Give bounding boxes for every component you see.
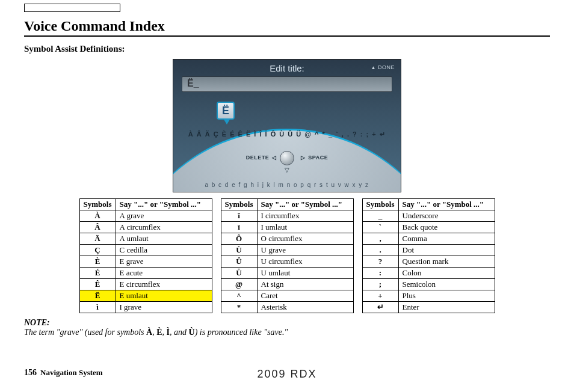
footer-model: 2009 RDX — [257, 368, 316, 381]
table-row: ↵Enter — [362, 302, 495, 313]
word-cell: Back quote — [398, 222, 495, 233]
word-cell: U umlaut — [257, 268, 353, 279]
word-cell: Plus — [398, 290, 495, 302]
left-arrow-icon[interactable]: ◁ — [272, 155, 277, 161]
symbol-cell: Û — [221, 256, 257, 268]
word-cell: I grave — [116, 302, 212, 313]
table-row: ,Comma — [362, 233, 495, 245]
word-cell: At sign — [257, 279, 353, 290]
word-cell: Question mark — [398, 256, 495, 268]
table-row: +Plus — [362, 290, 495, 302]
table-header-row: Symbols Say "..." or "Symbol ..." — [79, 199, 212, 210]
table-row: ?Question mark — [362, 256, 495, 268]
table-row: ÇC cedilla — [79, 245, 212, 256]
table-row: ÔO circumflex — [221, 233, 353, 245]
table-row: ÄA umlaut — [79, 233, 212, 245]
col-header-say: Say "..." or "Symbol ..." — [398, 199, 495, 210]
table-row: ÜU umlaut — [221, 268, 353, 279]
col-header-symbols: Symbols — [362, 199, 398, 210]
word-cell: Colon — [398, 268, 495, 279]
table-row: ÛU circumflex — [221, 256, 353, 268]
word-cell: Caret — [257, 290, 353, 302]
word-cell: E grave — [116, 256, 212, 268]
title-input[interactable]: Ë_ — [182, 76, 392, 92]
table-row: ÙU grave — [221, 245, 353, 256]
footer: 156 Navigation System 2009 RDX — [24, 368, 550, 378]
word-cell: Enter — [398, 302, 495, 313]
symbol-cell: ` — [362, 222, 398, 233]
dial-knob[interactable] — [280, 151, 294, 165]
symbol-cell: Ç — [79, 245, 116, 256]
arc-letters[interactable]: À Â Ä Ç È É Ê Ë Ì Î Ï Ô Ù Û Ü @ ^ * _ ` … — [173, 130, 401, 138]
col-header-symbols: Symbols — [221, 199, 257, 210]
note-sym-2: È — [156, 328, 162, 337]
page-number: 156 — [24, 368, 37, 378]
table-row: ÉE acute — [79, 268, 212, 279]
symbol-table-2: Symbols Say "..." or "Symbol ..." îI cir… — [221, 198, 354, 313]
symbol-cell: , — [362, 233, 398, 245]
note-pre: The term "grave" (used for symbols — [24, 328, 146, 337]
symbol-cell: Ù — [221, 245, 257, 256]
symbol-table-wrap: Symbols Say "..." or "Symbol ..." ÀA gra… — [24, 198, 550, 313]
symbol-cell: Ô — [221, 233, 257, 245]
symbol-cell: : — [362, 268, 398, 279]
symbol-cell: + — [362, 290, 398, 302]
header-box — [24, 4, 120, 12]
symbol-cell: À — [79, 210, 116, 222]
nav-screenshot-wrap: Edit title: DONE Ë_ Ë À Â Ä Ç È É Ê Ë Ì … — [24, 59, 550, 192]
down-arrow-icon[interactable]: ▽ — [285, 167, 289, 173]
selected-char-bubble: Ë — [217, 102, 235, 120]
nav-screen: Edit title: DONE Ë_ Ë À Â Ä Ç È É Ê Ë Ì … — [173, 59, 401, 192]
symbol-cell: ì — [79, 302, 116, 313]
symbol-cell: É — [79, 268, 116, 279]
symbol-table-1: Symbols Say "..." or "Symbol ..." ÀA gra… — [79, 198, 212, 313]
table-row: ËE umlaut — [79, 290, 212, 302]
word-cell: I circumflex — [257, 210, 353, 222]
symbol-cell: ^ — [221, 290, 257, 302]
symbol-cell: î — [221, 210, 257, 222]
symbol-cell: È — [79, 256, 116, 268]
done-button[interactable]: DONE — [371, 64, 395, 70]
bottom-letters[interactable]: a b c d e f g h i j k l m n o p q r s t … — [173, 182, 401, 188]
symbol-cell: _ — [362, 210, 398, 222]
word-cell: Dot — [398, 245, 495, 256]
symbol-cell: ? — [362, 256, 398, 268]
word-cell: I umlaut — [257, 222, 353, 233]
table-row: ïI umlaut — [221, 222, 353, 233]
table-row: ÈE grave — [79, 256, 212, 268]
col-header-symbols: Symbols — [79, 199, 116, 210]
space-label[interactable]: SPACE — [308, 155, 328, 161]
symbol-cell: ; — [362, 279, 398, 290]
table-row: ÀA grave — [79, 210, 212, 222]
col-header-say: Say "..." or "Symbol ..." — [257, 199, 353, 210]
note-sym-1: À — [146, 328, 152, 337]
symbol-cell: . — [362, 245, 398, 256]
word-cell: Semicolon — [398, 279, 495, 290]
symbol-cell: ï — [221, 222, 257, 233]
word-cell: C cedilla — [116, 245, 212, 256]
word-cell: A grave — [116, 210, 212, 222]
note-text: The term "grave" (used for symbols À, È,… — [24, 328, 550, 337]
table-row: ìI grave — [79, 302, 212, 313]
symbol-cell: Ê — [79, 279, 116, 290]
delete-label[interactable]: DELETE — [246, 155, 270, 161]
table-row: ÂA circumflex — [79, 222, 212, 233]
symbol-cell: @ — [221, 279, 257, 290]
table-row: ^Caret — [221, 290, 353, 302]
table-row: îI circumflex — [221, 210, 353, 222]
symbol-cell: * — [221, 302, 257, 313]
right-arrow-icon[interactable]: ▷ — [301, 155, 306, 161]
word-cell: Underscore — [398, 210, 495, 222]
note-label: NOTE: — [24, 318, 550, 328]
table-header-row: Symbols Say "..." or "Symbol ..." — [362, 199, 495, 210]
table-row: _Underscore — [362, 210, 495, 222]
word-cell: E circumflex — [116, 279, 212, 290]
symbol-cell: Ë — [79, 290, 116, 302]
word-cell: E umlaut — [116, 290, 212, 302]
note-post: ) is pronounced like "save." — [195, 328, 288, 337]
note-sym-4: Ù — [189, 328, 195, 337]
table-row: @At sign — [221, 279, 353, 290]
word-cell: O circumflex — [257, 233, 353, 245]
table-row: `Back quote — [362, 222, 495, 233]
page-title: Voice Command Index — [24, 18, 550, 35]
